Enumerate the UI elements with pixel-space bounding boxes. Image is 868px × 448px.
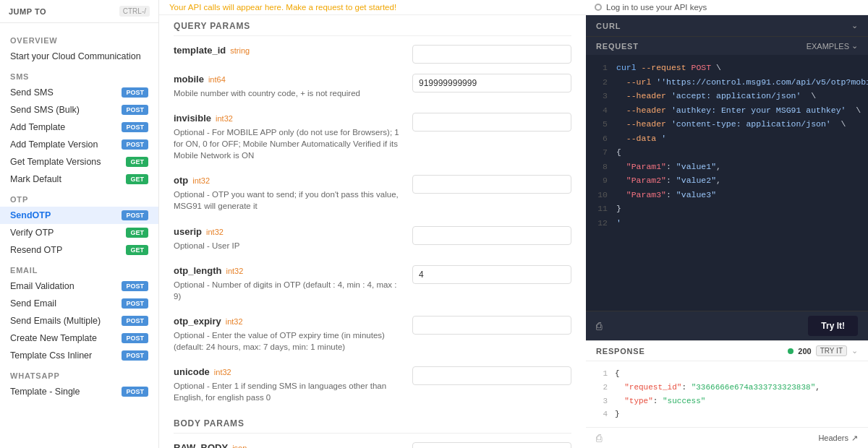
sidebar-item-label: Create New Template [10, 333, 97, 343]
sidebar-item-create-new-template[interactable]: Create New TemplatePOST [0, 329, 158, 347]
param-header-unicode: unicodeint32 [174, 366, 405, 377]
sidebar-badge-post: POST [122, 105, 148, 115]
sidebar-badge-post: POST [122, 87, 148, 98]
param-name-otp: otp [174, 175, 188, 186]
line-content-8: "Param1": "value1", [616, 160, 721, 174]
try-it-small-button[interactable]: TRY IT [816, 345, 847, 356]
try-it-button[interactable]: Try It! [808, 316, 858, 336]
param-input-otp_length[interactable] [412, 265, 571, 284]
jump-to-bar[interactable]: JUMP TO CTRL-/ [0, 0, 158, 23]
line-content-3: --header 'accept: application/json' \ [616, 89, 816, 103]
param-type-otp_expiry: int32 [226, 317, 243, 326]
param-row-mobile: mobileint64Mobile number with country co… [174, 74, 571, 103]
param-field-otp [412, 175, 571, 194]
code-line-2: 2 --url ''https://control.msg91.com/api/… [596, 75, 858, 90]
sidebar-item-sendotp[interactable]: SendOTPPOST [0, 207, 158, 224]
sidebar-item-send-emails-multiple[interactable]: Send Emails (Multiple)POST [0, 312, 158, 329]
param-field-template_id [412, 45, 571, 64]
sidebar-item-template-css-inliner[interactable]: Template Css InlinerPOST [0, 347, 158, 364]
main-scroll-area: QUERY PARAMS template_idstringmobileint6… [159, 15, 586, 448]
sidebar-item-label: Send SMS [10, 87, 54, 98]
response-line-content-3: "type": "success" [615, 395, 705, 408]
sidebar-badge-post: POST [122, 350, 148, 361]
sidebar-section-whatsapp: WHATSAPP [0, 364, 158, 383]
param-name-mobile: mobile [174, 74, 204, 85]
param-row-otp_expiry: otp_expiryint32Optional - Enter the valu… [174, 316, 571, 356]
sidebar-item-label: Verify OTP [10, 228, 54, 238]
param-input-userip[interactable] [412, 226, 571, 245]
param-input-invisible[interactable] [412, 113, 571, 132]
param-name-otp_expiry: otp_expiry [174, 316, 221, 327]
sidebar-section-sms: SMS [0, 65, 158, 84]
sidebar-item-start-your-cloud-communication[interactable]: Start your Cloud Communication [0, 48, 158, 65]
sidebar-badge-post: POST [122, 316, 148, 326]
sidebar-item-send-sms-bulk[interactable]: Send SMS (Bulk)POST [0, 101, 158, 119]
response-copy-icon[interactable]: ⎙ [596, 432, 602, 444]
code-line-6: 6 --data ' [596, 132, 858, 146]
param-info-otp_length: otp_lengthint32Optional - Number of digi… [174, 265, 405, 306]
login-bar[interactable]: Log in to use your API keys [586, 0, 868, 15]
sidebar-item-label: Mark Default [10, 174, 61, 184]
code-line-7: 7{ [596, 145, 858, 160]
sidebar-badge-post: POST [122, 387, 148, 397]
body-params-container: RAW_BODYjsonOptional - Here you can pass… [174, 442, 571, 448]
radio-dot-icon [595, 4, 602, 11]
body-param-row-RAW_BODY: RAW_BODYjsonOptional - Here you can pass… [174, 442, 571, 448]
param-input-otp_expiry[interactable] [412, 316, 571, 335]
param-field-otp_length [412, 265, 571, 284]
sidebar-item-mark-default[interactable]: Mark DefaultGET [0, 171, 158, 188]
headers-button[interactable]: Headers ↗ [818, 434, 858, 443]
sidebar-item-add-template-version[interactable]: Add Template VersionPOST [0, 136, 158, 153]
line-content-10: "Param3": "value3" [616, 188, 716, 202]
param-info-unicode: unicodeint32Optional - Enter 1 if sendin… [174, 366, 405, 407]
sidebar-item-send-sms[interactable]: Send SMSPOST [0, 84, 158, 101]
param-field-userip [412, 226, 571, 245]
param-row-unicode: unicodeint32Optional - Enter 1 if sendin… [174, 366, 571, 407]
sidebar-item-add-template[interactable]: Add TemplatePOST [0, 119, 158, 136]
sidebar-item-resend-otp[interactable]: Resend OTPGET [0, 241, 158, 259]
param-row-inner-otp_expiry: otp_expiryint32Optional - Enter the valu… [174, 316, 571, 356]
examples-button[interactable]: EXAMPLES ⌄ [807, 41, 858, 51]
status-code: 200 [798, 347, 811, 356]
curl-header: CURL ⌄ [586, 15, 868, 37]
line-number-3: 3 [596, 89, 608, 103]
param-header-invisible: invisibleint32 [174, 113, 405, 124]
status-dot-icon [788, 348, 793, 354]
param-info-mobile: mobileint64Mobile number with country co… [174, 74, 405, 103]
sidebar-item-label: Add Template [10, 122, 65, 132]
line-number-9: 9 [596, 173, 608, 188]
copy-icon[interactable]: ⎙ [596, 320, 602, 332]
sidebar-item-email-validation[interactable]: Email ValidationPOST [0, 277, 158, 295]
sidebar-item-send-email[interactable]: Send EmailPOST [0, 295, 158, 312]
jump-to-shortcut: CTRL-/ [119, 6, 150, 17]
param-input-unicode[interactable] [412, 366, 571, 385]
param-field-invisible [412, 113, 571, 132]
body-param-name-RAW_BODY: RAW_BODY [174, 442, 228, 448]
param-type-invisible: int32 [216, 114, 233, 123]
code-toolbar: ⎙ Try It! [586, 311, 868, 340]
param-row-template_id: template_idstring [174, 45, 571, 64]
line-content-1: curl --request POST \ [616, 61, 721, 75]
sidebar-item-get-template-versions[interactable]: Get Template VersionsGET [0, 153, 158, 171]
param-header-otp: otpint32 [174, 175, 405, 186]
param-input-otp[interactable] [412, 175, 571, 194]
sidebar-item-label: Resend OTP [10, 245, 62, 255]
sidebar-badge-get: GET [126, 157, 148, 167]
line-number-5: 5 [596, 117, 608, 132]
param-input-mobile[interactable] [412, 74, 571, 92]
sidebar-item-template---single[interactable]: Template - SinglePOST [0, 383, 158, 400]
curl-expand-icon[interactable]: ⌄ [851, 21, 858, 30]
response-expand-icon[interactable]: ⌄ [851, 346, 858, 356]
param-input-template_id[interactable] [412, 45, 571, 64]
sidebar-item-verify-otp[interactable]: Verify OTPGET [0, 224, 158, 241]
body-params-title: BODY PARAMS [174, 418, 571, 434]
examples-chevron-icon: ⌄ [851, 41, 858, 51]
sidebar-item-label: Send SMS (Bulk) [10, 105, 80, 115]
body-param-textarea-RAW_BODY[interactable]: { "Param1": [412, 442, 571, 448]
code-line-9: 9 "Param2": "value2", [596, 173, 858, 188]
sidebar-badge-post: POST [122, 333, 148, 343]
param-name-otp_length: otp_length [174, 265, 221, 276]
line-number-7: 7 [596, 145, 608, 160]
param-header-otp_expiry: otp_expiryint32 [174, 316, 405, 327]
sidebar-badge-get: GET [126, 174, 148, 184]
